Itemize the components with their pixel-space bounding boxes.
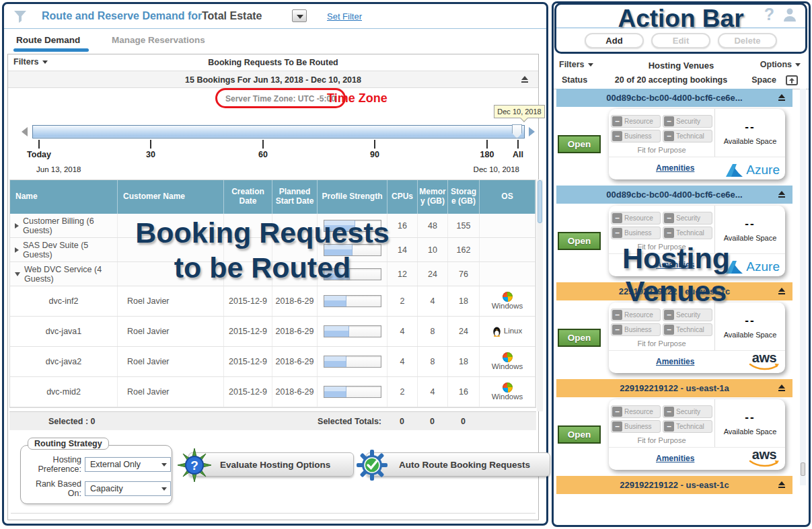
collapse-icon[interactable] [778,94,786,101]
tick-label[interactable]: 30 [146,150,155,159]
column-header[interactable]: Profile Strength [318,180,387,214]
amenities-link[interactable]: Amenities [656,163,694,173]
fit-toggle-security[interactable]: –Security [663,405,712,418]
row-storage: 24 [448,317,480,346]
table-row[interactable]: dvc-java1Roel Javier2015-12-92018-6-2948… [10,317,536,347]
column-header[interactable]: OS [480,180,536,214]
fit-toggle-label: Technical [676,326,704,333]
table-row[interactable]: Web DVC Service (4 Guests)122476 [10,262,536,286]
fit-toggle-technical[interactable]: –Technical [663,227,712,239]
minus-icon: – [664,131,674,141]
tick-label[interactable]: 90 [370,150,379,159]
tab-route-demand[interactable]: Route Demand [16,35,80,45]
table-row[interactable]: dvc-inf2Roel Javier2015-12-92018-6-29241… [10,286,536,317]
venue-card-header[interactable]: 229192219122 - eu-west-1c [556,282,792,300]
minus-icon: – [664,421,674,432]
venues-options-dropdown[interactable]: Options [760,60,801,69]
edit-button[interactable]: Edit [651,33,710,48]
collapse-icon[interactable] [521,76,529,83]
amenities-link[interactable]: Amenities [656,260,694,270]
rank-based-on-select[interactable]: Capacity [85,481,171,496]
venue-card-header[interactable]: 229192219122 - us-east-1a [556,379,792,397]
fit-toggle-business[interactable]: –Business [611,420,661,433]
fit-toggle-technical[interactable]: –Technical [663,130,712,143]
collapse-icon[interactable] [778,481,786,489]
column-header[interactable]: CPUs [387,180,418,214]
collapse-icon[interactable] [778,191,786,198]
collapse-icon[interactable] [778,384,786,392]
tick-mark [517,140,519,149]
venue-card-header[interactable]: 229192219122 - us-east-1c [556,476,792,494]
column-header[interactable]: Memory (GB) [418,180,448,214]
slider-handle[interactable] [512,124,522,138]
column-header[interactable]: Customer Name [118,180,224,214]
scope-dropdown-button[interactable] [292,9,307,22]
fit-toggle-resource[interactable]: –Resource [611,405,661,418]
fit-for-purpose-zone: –Resource–Security–Business–TechnicalFit… [609,302,715,350]
row-storage: 162 [448,238,480,261]
slider-right-arrow[interactable] [529,127,535,136]
slider-left-arrow[interactable] [22,127,28,136]
collapse-icon[interactable] [778,288,786,295]
set-filter-link[interactable]: Set Filter [327,11,362,22]
help-icon[interactable]: ? [764,5,774,24]
tick-label[interactable]: All [513,150,523,159]
auto-route-button-label: Auto Route Booking Requests [399,460,530,470]
fit-toggle-business[interactable]: –Business [611,227,661,239]
expand-row-icon[interactable] [15,247,19,253]
tab-manage-reservations[interactable]: Manage Reservations [112,35,205,45]
hosting-preference-label: Hosting Preference: [21,455,81,475]
table-row[interactable]: SAS Dev Suite (5 Guests)1410162 [10,238,536,262]
fit-toggle-security[interactable]: –Security [663,309,712,321]
minus-icon: – [612,310,622,320]
scope-selector-value[interactable]: Total Estate [202,10,262,22]
fit-for-purpose-zone: –Resource–Security–Business–TechnicalFit… [609,109,715,157]
table-row[interactable]: dvc-java2Roel Javier2015-12-92018-6-2948… [10,347,536,377]
expand-row-icon[interactable] [15,223,19,229]
amenities-link[interactable]: Amenities [656,454,694,463]
venue-card-header[interactable]: 00d89cbc-bc00-4d00-bcf6-ce6e... [556,89,792,107]
venue-name: 229192219122 - eu-west-1c [619,286,731,296]
tick-label[interactable]: 60 [258,150,268,159]
amenities-link[interactable]: Amenities [656,357,694,366]
auto-route-button[interactable]: Auto Route Booking Requests [366,452,550,477]
venues-filters-row: Filters Hosting Venues Options [554,58,809,73]
fit-for-purpose-caption: Fit for Purpose [609,339,714,348]
venue-detail-panel: –Resource–Security–Business–TechnicalFit… [609,302,785,373]
venues-scrollbar[interactable] [800,89,806,485]
fit-toggle-label: Security [676,311,700,319]
table-row[interactable]: dvc-mid2Roel Javier2015-12-92018-6-29241… [10,377,536,407]
scrollbar-thumb[interactable] [538,180,542,223]
available-space-value: -- [745,217,755,231]
add-button[interactable]: Add [585,33,644,48]
fit-toggle-security[interactable]: –Security [663,212,712,225]
venue-card-header[interactable]: 00d89cbc-bc00-4d00-bcf6-ce6e... [556,186,792,204]
timeline-slider-track[interactable] [32,125,525,138]
column-header[interactable]: Name [10,180,118,214]
fit-toggle-business[interactable]: –Business [611,323,661,336]
table-row[interactable]: Customer Billing (6 Guests)1648155 [10,214,536,238]
fit-toggle-resource[interactable]: –Resource [611,212,661,225]
row-memory: 24 [418,262,448,286]
fit-toggle-technical[interactable]: –Technical [663,420,712,433]
column-header[interactable]: Creation Date [224,180,272,214]
table-scrollbar[interactable] [537,179,543,411]
azure-logo: Azure [726,259,780,274]
column-header[interactable]: Storage (GB) [448,180,480,214]
hosting-preference-select[interactable]: External Only [85,457,171,472]
space-toggle-icon[interactable] [786,75,798,85]
tick-label[interactable]: 180 [480,150,494,159]
fit-toggle-security[interactable]: –Security [663,115,712,128]
collapse-row-icon[interactable] [15,272,20,276]
booking-panel-title: Booking Requests To Be Routed [8,58,538,67]
fit-toggle-business[interactable]: –Business [611,130,661,143]
fit-toggle-technical[interactable]: –Technical [663,323,712,336]
fit-toggle-resource[interactable]: –Resource [611,309,661,321]
column-header[interactable]: Planned Start Date [272,180,318,214]
tick-label[interactable]: Today [27,150,51,159]
evaluate-hosting-options-button[interactable]: ? Evaluate Hosting Options [188,452,354,477]
delete-button[interactable]: Delete [718,33,777,48]
scrollbar-thumb[interactable] [801,462,805,476]
fit-toggle-resource[interactable]: –Resource [611,115,661,128]
user-icon[interactable] [782,7,797,25]
